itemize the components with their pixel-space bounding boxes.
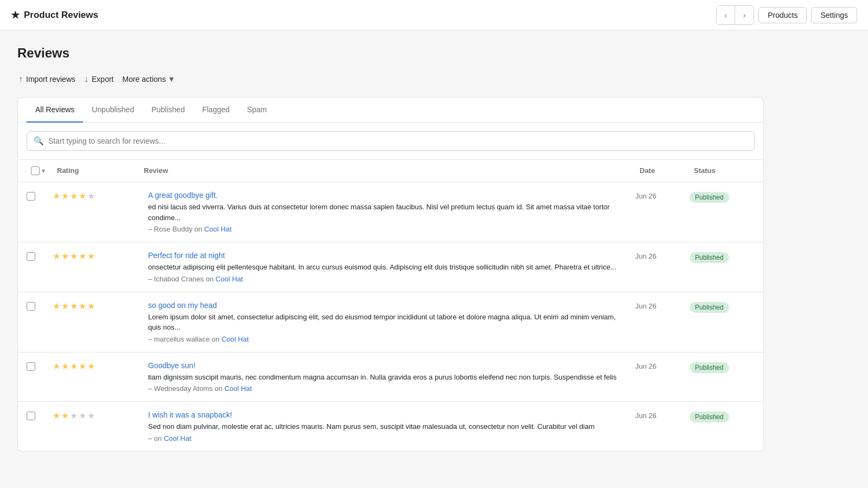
product-link[interactable]: Cool Hat bbox=[215, 275, 243, 283]
status-cell: Published bbox=[690, 361, 755, 373]
search-bar: 🔍 bbox=[18, 123, 763, 160]
filled-star-icon: ★ bbox=[70, 251, 78, 261]
nav-right: ‹ › Products Settings bbox=[716, 5, 857, 25]
row-checkbox-cell bbox=[27, 301, 53, 312]
filled-star-icon: ★ bbox=[53, 410, 60, 421]
header-review: Review bbox=[139, 164, 635, 177]
products-button[interactable]: Products bbox=[758, 7, 807, 23]
tab-unpublished[interactable]: Unpublished bbox=[83, 98, 143, 123]
review-body-text: Sed non diam pulvinar, molestie erat ac,… bbox=[148, 421, 627, 432]
review-author-text: – Ichabod Cranes on Cool Hat bbox=[148, 275, 627, 283]
nav-arrows: ‹ › bbox=[716, 5, 754, 25]
import-reviews-button[interactable]: ↑ Import reviews bbox=[17, 72, 76, 86]
row-checkbox[interactable] bbox=[27, 302, 35, 311]
tab-flagged[interactable]: Flagged bbox=[194, 98, 239, 123]
checkbox-dropdown-icon[interactable]: ▾ bbox=[42, 168, 45, 175]
table-row: ★★★★★ A great goodbye gift. ed nisi lacu… bbox=[18, 182, 763, 242]
filled-star-icon: ★ bbox=[79, 191, 86, 201]
review-content-cell: so good on my head Lorem ipsum dolor sit… bbox=[139, 301, 635, 343]
search-input-wrap: 🔍 bbox=[27, 131, 755, 151]
select-all-checkbox[interactable] bbox=[31, 166, 40, 175]
filled-star-icon: ★ bbox=[70, 191, 78, 201]
review-title-link[interactable]: Goodbye sun! bbox=[148, 361, 627, 370]
nav-left: ★ Product Reviews bbox=[11, 9, 98, 21]
review-content-cell: I wish it was a snapback! Sed non diam p… bbox=[139, 410, 635, 442]
table-row: ★★★★★ Goodbye sun! tiam dignissim suscip… bbox=[18, 352, 763, 402]
status-badge: Published bbox=[690, 252, 729, 263]
header-date: Date bbox=[635, 164, 690, 177]
app-title-text: Product Reviews bbox=[24, 10, 98, 21]
filled-star-icon: ★ bbox=[61, 251, 69, 261]
row-checkbox[interactable] bbox=[27, 192, 35, 201]
filled-star-icon: ★ bbox=[87, 251, 95, 261]
star-rating: ★★★★★ bbox=[53, 301, 139, 311]
table-row: ★★★★★ I wish it was a snapback! Sed non … bbox=[18, 402, 763, 451]
product-link[interactable]: Cool Hat bbox=[164, 434, 192, 442]
settings-button[interactable]: Settings bbox=[811, 7, 857, 23]
rating-cell: ★★★★★ bbox=[53, 361, 139, 371]
filled-star-icon: ★ bbox=[70, 361, 78, 371]
review-content-cell: Perfect for ride at night onsectetur adi… bbox=[139, 251, 635, 283]
review-title-link[interactable]: so good on my head bbox=[148, 301, 627, 310]
more-actions-label: More actions bbox=[123, 75, 166, 84]
review-title-link[interactable]: A great goodbye gift. bbox=[148, 191, 627, 200]
export-label: Export bbox=[92, 75, 113, 84]
review-body-text: ed nisi lacus sed viverra. Varius duis a… bbox=[148, 202, 627, 223]
rating-cell: ★★★★★ bbox=[53, 251, 139, 261]
filled-star-icon: ★ bbox=[79, 301, 86, 311]
filled-star-icon: ★ bbox=[61, 410, 69, 421]
review-date: Jun 26 bbox=[635, 361, 690, 370]
status-cell: Published bbox=[690, 191, 755, 203]
product-link[interactable]: Cool Hat bbox=[225, 384, 252, 393]
filled-star-icon: ★ bbox=[79, 361, 86, 371]
tab-spam[interactable]: Spam bbox=[238, 98, 276, 123]
tab-all-reviews[interactable]: All Reviews bbox=[27, 98, 83, 123]
review-author-text: – on Cool Hat bbox=[148, 434, 627, 442]
main-content: Reviews ↑ Import reviews ↓ Export More a… bbox=[0, 30, 781, 467]
empty-star-icon: ★ bbox=[79, 410, 86, 421]
more-actions-button[interactable]: More actions ▾ bbox=[122, 72, 175, 86]
filled-star-icon: ★ bbox=[70, 301, 78, 311]
review-body-text: onsectetur adipiscing elit pellentesque … bbox=[148, 262, 627, 273]
review-author-text: – marcellus wallace on Cool Hat bbox=[148, 335, 627, 343]
search-icon: 🔍 bbox=[34, 136, 44, 146]
row-checkbox[interactable] bbox=[27, 362, 35, 371]
table-header: ▾ Rating Review Date Status bbox=[18, 160, 763, 182]
review-author-text: – Wednesday Atoms on Cool Hat bbox=[148, 384, 627, 393]
product-link[interactable]: Cool Hat bbox=[204, 225, 232, 233]
prev-arrow-button[interactable]: ‹ bbox=[717, 6, 735, 24]
row-checkbox[interactable] bbox=[27, 412, 35, 420]
export-button[interactable]: ↓ Export bbox=[83, 72, 114, 86]
status-badge: Published bbox=[690, 192, 729, 203]
import-icon: ↑ bbox=[18, 74, 23, 84]
app-title: ★ Product Reviews bbox=[11, 9, 98, 21]
review-author-text: – Rose Buddy on Cool Hat bbox=[148, 225, 627, 233]
empty-star-icon: ★ bbox=[87, 410, 95, 421]
review-title-link[interactable]: Perfect for ride at night bbox=[148, 251, 627, 260]
row-checkbox[interactable] bbox=[27, 252, 35, 261]
star-icon: ★ bbox=[11, 9, 20, 21]
rating-cell: ★★★★★ bbox=[53, 191, 139, 201]
rating-cell: ★★★★★ bbox=[53, 410, 139, 421]
actions-bar: ↑ Import reviews ↓ Export More actions ▾ bbox=[17, 72, 764, 86]
filled-star-icon: ★ bbox=[87, 301, 95, 311]
review-date: Jun 26 bbox=[635, 301, 690, 310]
rating-cell: ★★★★★ bbox=[53, 301, 139, 311]
status-cell: Published bbox=[690, 251, 755, 263]
export-icon: ↓ bbox=[84, 74, 88, 84]
product-link[interactable]: Cool Hat bbox=[221, 335, 249, 343]
review-title-link[interactable]: I wish it was a snapback! bbox=[148, 410, 627, 419]
status-badge: Published bbox=[690, 412, 729, 422]
filled-star-icon: ★ bbox=[61, 191, 69, 201]
tab-published[interactable]: Published bbox=[143, 98, 194, 123]
status-cell: Published bbox=[690, 301, 755, 313]
status-badge: Published bbox=[690, 362, 729, 373]
reviews-list: ★★★★★ A great goodbye gift. ed nisi lacu… bbox=[18, 182, 763, 451]
search-input[interactable] bbox=[48, 137, 748, 145]
star-rating: ★★★★★ bbox=[53, 410, 139, 421]
review-content-cell: Goodbye sun! tiam dignissim suscipit mau… bbox=[139, 361, 635, 393]
status-cell: Published bbox=[690, 410, 755, 422]
next-arrow-button[interactable]: › bbox=[735, 6, 754, 24]
filled-star-icon: ★ bbox=[61, 301, 69, 311]
row-checkbox-cell bbox=[27, 191, 53, 202]
